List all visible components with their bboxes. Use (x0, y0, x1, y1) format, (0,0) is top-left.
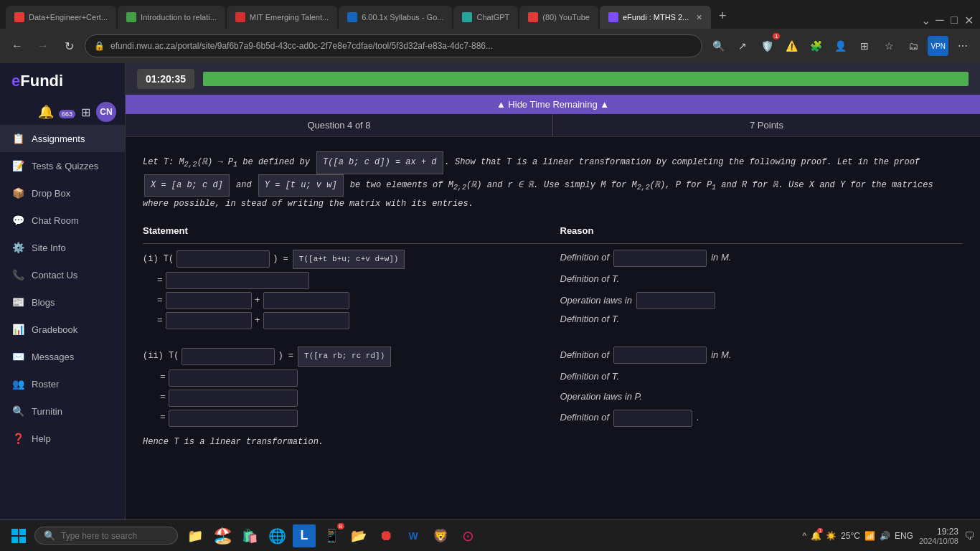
notification-count: 663 (59, 110, 75, 118)
close-button[interactable]: ✕ (963, 14, 974, 26)
def-t-i-2: Definition of T. (560, 272, 620, 287)
sidebar-item-gradebook[interactable]: 📊 Gradebook (0, 316, 125, 343)
tab-600x[interactable]: 6.00.1x Syllabus - Go... (339, 6, 452, 29)
taskbar-app-icons: 📁 🏖️ 🛍️ 🌐 L 📱 8 📂 ⏺ W 🦁 ⊙ (184, 524, 479, 547)
reload-button[interactable]: ↻ (59, 36, 79, 56)
favorites-icon[interactable]: ☆ (879, 36, 899, 56)
proof-stmt-ii-1: (ii) T( ) = T([ra rb; rc rd]) (143, 347, 557, 367)
collections-icon[interactable]: 🗂 (903, 36, 923, 56)
taskbar-l-icon[interactable]: L (293, 524, 316, 547)
browser-chrome: Data+Engineer+Cert... Introduction to re… (0, 0, 980, 63)
taskbar-folders-icon[interactable]: 📂 (347, 524, 370, 547)
shield-icon[interactable]: 🛡️ 1 (757, 36, 777, 56)
input-ii-4[interactable] (169, 410, 298, 427)
notification-bell[interactable]: 🔔 663 (38, 104, 75, 120)
taskbar-brave-icon[interactable]: 🦁 (429, 524, 452, 547)
start-button[interactable] (6, 523, 32, 549)
input-ii-3[interactable] (169, 390, 298, 407)
profile-icon[interactable]: 👤 (830, 36, 850, 56)
taskbar-alert-icon[interactable]: 🔔 1 (811, 531, 821, 541)
taskbar-search-bar[interactable]: 🔍 (34, 527, 178, 545)
sidebar-item-messages[interactable]: ✉️ Messages (0, 343, 125, 370)
sidebar-item-drop-box[interactable]: 📦 Drop Box (0, 179, 125, 207)
input-i-4b[interactable] (263, 312, 349, 329)
taskbar-search-input[interactable] (61, 531, 161, 541)
sidebar-item-tests-quizzes[interactable]: 📝 Tests & Quizzes (0, 152, 125, 179)
taskbar-edge-icon[interactable]: 🌐 (265, 524, 288, 547)
proof-rsn-ii-2: Definition of T. (557, 369, 963, 385)
proof-row-ii-2: = Definition of T. (143, 369, 963, 387)
sidebar-item-turnitin[interactable]: 🔍 Turnitin (0, 397, 125, 425)
warning-icon[interactable]: ⚠️ (781, 36, 801, 56)
taskbar-store-icon[interactable]: 🛍️ (238, 524, 261, 547)
taskbar-circle-icon[interactable]: ⊙ (456, 524, 479, 547)
taskbar-search-icon: 🔍 (44, 530, 55, 541)
input-i-1a[interactable] (176, 250, 270, 268)
taskbar-chevron-icon[interactable]: ^ (802, 531, 806, 541)
taskbar-record-icon[interactable]: ⏺ (374, 524, 397, 547)
proof-stmt-ii-2: = (143, 369, 557, 387)
restore-button[interactable]: □ (948, 14, 960, 26)
search-icon[interactable]: 🔍 (708, 36, 728, 56)
input-i-3a[interactable] (166, 292, 252, 309)
input-ii-1a[interactable] (182, 348, 275, 365)
taskbar-network-icon[interactable]: 📶 (864, 531, 875, 541)
tab-data-engineer[interactable]: Data+Engineer+Cert... (6, 6, 116, 29)
tab-favicon (14, 12, 24, 22)
formula-Y: Y = [t u; v w] (258, 174, 344, 197)
proof-stmt-i-1: (i) T( ) = T([a+t b+u; c+v d+w]) (143, 250, 557, 270)
tab-chatgpt[interactable]: ChatGPT (453, 6, 518, 29)
input-ii-2[interactable] (169, 369, 298, 387)
op-laws-label: Operation laws in (560, 293, 632, 309)
tab-efundi[interactable]: eFundi : MTHS 2... ✕ (600, 6, 711, 29)
efundi-logo: eFundi (0, 63, 125, 99)
taskbar-word-icon[interactable]: W (402, 524, 425, 547)
back-button[interactable]: ← (7, 36, 27, 56)
tab-list-button[interactable]: ⌄ (920, 14, 931, 26)
taskbar-sound-icon[interactable]: 🔊 (880, 531, 890, 541)
sidebar-item-blogs[interactable]: 📰 Blogs (0, 288, 125, 316)
input-i-2[interactable] (166, 272, 309, 289)
taskbar-files-icon[interactable]: 📁 (184, 524, 207, 547)
user-avatar[interactable]: CN (96, 102, 116, 122)
sidebar-item-site-info[interactable]: ⚙️ Site Info (0, 234, 125, 261)
forward-button[interactable]: → (33, 36, 53, 56)
sidebar-toggle[interactable]: ⊞ (854, 36, 875, 56)
siteinfo-icon: ⚙️ (11, 241, 24, 254)
proof-row-i-2: = Definition of T. (143, 272, 963, 289)
tab-youtube[interactable]: (80) YouTube (519, 6, 598, 29)
extensions-icon[interactable]: 🧩 (806, 36, 826, 56)
sidebar-item-roster[interactable]: 👥 Roster (0, 370, 125, 397)
period-ii-4: . (697, 410, 699, 425)
sidebar-item-assignments[interactable]: 📋 Assignments (0, 125, 125, 152)
taskbar-island-icon[interactable]: 🏖️ (211, 524, 234, 547)
address-bar[interactable]: 🔒 efundi.nwu.ac.za/portal/site/9af6b7a9-… (85, 34, 702, 57)
input-rsn-i-1[interactable] (613, 250, 707, 267)
sidebar-item-chat-room[interactable]: 💬 Chat Room (0, 207, 125, 234)
tab-mit[interactable]: MIT Emerging Talent... (227, 6, 337, 29)
hide-time-button[interactable]: ▲ Hide Time Remaining ▲ (126, 95, 980, 114)
tab-intro-relati[interactable]: Introduction to relati... (118, 6, 225, 29)
vpn-icon[interactable]: VPN (928, 36, 948, 56)
input-rsn-ii-1[interactable] (613, 347, 707, 364)
taskbar-weather-icon: ☀️ (826, 531, 837, 541)
tab-close-button[interactable]: ✕ (696, 13, 702, 22)
share-icon[interactable]: ↗ (732, 36, 753, 56)
eq-i-2: = (157, 273, 163, 288)
taskbar-whatsapp-icon[interactable]: 📱 8 (320, 524, 343, 547)
taskbar-clock[interactable]: 19:23 2024/10/08 (919, 527, 958, 545)
taskbar-notification-panel[interactable]: 🗨 (964, 530, 974, 542)
menu-button[interactable]: ⋯ (953, 36, 973, 56)
minimize-button[interactable]: ─ (934, 14, 946, 26)
sidebar-item-label: Tests & Quizzes (32, 161, 98, 171)
def-t-i-4: Definition of T. (560, 312, 620, 327)
sidebar-item-contact-us[interactable]: 📞 Contact Us (0, 261, 125, 288)
input-i-3b[interactable] (263, 292, 349, 309)
input-i-4a[interactable] (166, 312, 252, 329)
sidebar-item-help[interactable]: ❓ Help (0, 425, 125, 452)
tab-label: Data+Engineer+Cert... (29, 13, 108, 22)
grid-icon[interactable]: ⊞ (81, 105, 90, 119)
input-rsn-i-3[interactable] (636, 292, 715, 309)
input-rsn-ii-4[interactable] (613, 410, 692, 427)
new-tab-button[interactable]: + (712, 6, 732, 26)
